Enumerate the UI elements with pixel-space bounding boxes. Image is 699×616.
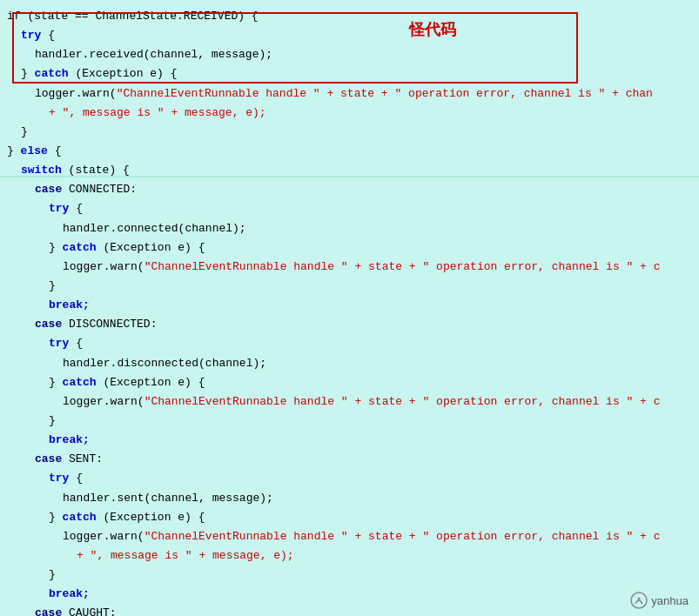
code-token: handler.sent(channel, message);: [63, 490, 273, 507]
code-line-20: logger.warn("ChannelEventRunnable handle…: [0, 392, 699, 412]
code-line-19: } catch (Exception e) {: [0, 373, 699, 392]
code-line-24: try {: [0, 469, 699, 488]
code-token: }: [49, 239, 63, 257]
code-token: "ChannelEventRunnable handle " + state +…: [145, 393, 661, 411]
code-token: catch: [63, 374, 97, 392]
code-token: + ", message is " + message, e);: [49, 104, 266, 122]
code-line-10: try {: [0, 199, 699, 218]
code-line-18: handler.disconnected(channel);: [0, 354, 699, 373]
code-line-30: break;: [0, 585, 699, 604]
code-lines: if (state == ChannelState.RECEIVED) {try…: [0, 7, 699, 616]
code-line-1: try {: [0, 26, 699, 45]
code-line-3: } catch (Exception e) {: [0, 64, 699, 84]
code-token: catch: [35, 65, 69, 83]
code-line-25: handler.sent(channel, message);: [0, 489, 699, 508]
code-token: catch: [63, 239, 97, 257]
code-token: try: [21, 27, 41, 44]
code-token: {: [48, 143, 62, 160]
code-token: break;: [49, 432, 90, 449]
code-line-13: logger.warn("ChannelEventRunnable handle…: [0, 258, 699, 277]
watermark: yanhua: [630, 592, 689, 609]
weird-code-label: 怪代码: [409, 19, 456, 40]
code-line-27: logger.warn("ChannelEventRunnable handle…: [0, 527, 699, 546]
code-token: CONNECTED:: [62, 181, 137, 198]
code-token: DISCONNECTED:: [62, 316, 157, 333]
code-line-14: }: [0, 277, 699, 296]
code-line-21: }: [0, 412, 699, 431]
code-line-28: + ", message is " + message, e);: [0, 546, 699, 566]
code-line-0: if (state == ChannelState.RECEIVED) {: [0, 7, 699, 26]
code-token: (Exception e) {: [69, 65, 178, 83]
code-token: try: [49, 200, 69, 218]
code-token: "ChannelEventRunnable handle " + state +…: [145, 258, 661, 276]
code-token: (Exception e) {: [97, 374, 205, 392]
code-token: case: [35, 316, 62, 333]
code-token: try: [49, 335, 69, 352]
svg-point-1: [638, 598, 641, 600]
code-line-26: } catch (Exception e) {: [0, 508, 699, 527]
code-token: else: [21, 143, 48, 160]
code-token: "ChannelEventRunnable handle " + state +…: [117, 85, 653, 103]
code-line-31: case CAUGHT:: [0, 604, 699, 616]
watermark-text: yanhua: [651, 594, 689, 607]
code-token: break;: [49, 297, 90, 314]
code-token: handler.disconnected(channel);: [63, 355, 266, 372]
code-token: handler.received(channel, message);: [35, 46, 272, 64]
code-token: {: [41, 27, 55, 44]
code-token: case: [35, 605, 62, 616]
code-token: logger.warn(: [63, 258, 145, 276]
code-line-12: } catch (Exception e) {: [0, 238, 699, 258]
code-token: case: [35, 181, 62, 198]
code-line-5: + ", message is " + message, e);: [0, 104, 699, 123]
code-line-23: case SENT:: [0, 450, 699, 469]
code-line-9: case CONNECTED:: [0, 180, 699, 199]
code-line-15: break;: [0, 296, 699, 315]
code-token: }: [49, 412, 56, 430]
code-token: "ChannelEventRunnable handle " + state +…: [145, 528, 661, 546]
code-token: {: [69, 470, 83, 487]
code-token: catch: [63, 509, 97, 526]
code-line-22: break;: [0, 431, 699, 450]
code-token: CAUGHT:: [62, 605, 116, 616]
code-token: logger.warn(: [35, 85, 117, 103]
code-token: logger.warn(: [63, 528, 145, 546]
code-token: {: [69, 200, 83, 218]
code-token: (Exception e) {: [97, 239, 205, 257]
code-token: }: [21, 124, 28, 141]
code-token: }: [21, 65, 35, 83]
code-container: 怪代码 if (state == ChannelState.RECEIVED) …: [0, 0, 699, 616]
code-token: try: [49, 470, 69, 487]
code-token: }: [49, 509, 63, 526]
code-token: SENT:: [62, 451, 103, 468]
code-token: }: [49, 374, 63, 392]
code-line-4: logger.warn("ChannelEventRunnable handle…: [0, 84, 699, 104]
code-token: {: [69, 335, 83, 352]
code-line-16: case DISCONNECTED:: [0, 315, 699, 334]
code-line-17: try {: [0, 334, 699, 353]
code-token: + ", message is " + message, e);: [77, 547, 294, 565]
code-token: if (state == ChannelState.RECEIVED) {: [7, 8, 259, 25]
code-token: handler.connected(channel);: [63, 220, 246, 238]
code-token: break;: [49, 586, 90, 603]
code-token: case: [35, 451, 62, 468]
code-token: }: [49, 566, 56, 584]
code-token: }: [49, 278, 56, 295]
separator-line: [0, 176, 699, 177]
code-line-6: }: [0, 123, 699, 142]
code-line-11: handler.connected(channel);: [0, 219, 699, 238]
watermark-icon: [630, 592, 648, 609]
code-line-7: } else {: [0, 142, 699, 161]
code-token: }: [7, 143, 21, 160]
code-token: logger.warn(: [63, 393, 145, 411]
code-token: (Exception e) {: [97, 509, 205, 526]
code-line-2: handler.received(channel, message);: [0, 45, 699, 64]
code-line-29: }: [0, 566, 699, 585]
